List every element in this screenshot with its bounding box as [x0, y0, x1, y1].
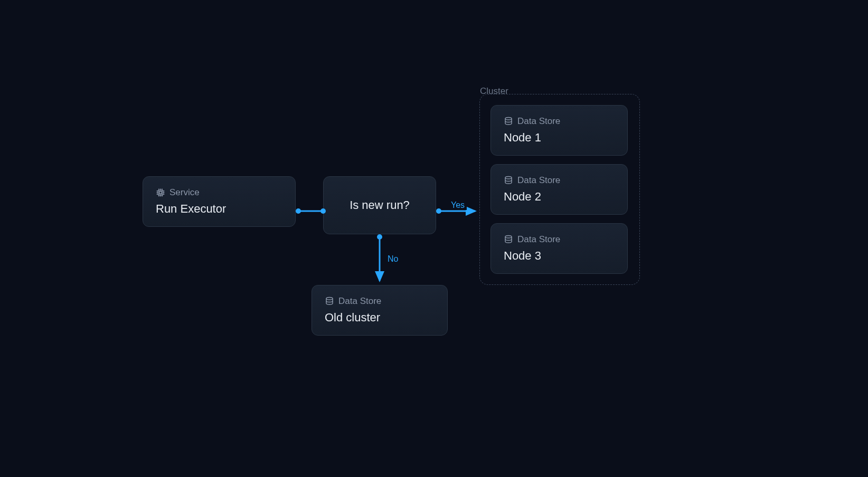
- database-icon: [504, 176, 513, 185]
- node-type-text: Service: [169, 187, 200, 198]
- node-type-text: Data Store: [517, 234, 560, 245]
- node-type-label: Data Store: [504, 116, 615, 127]
- node-node-2[interactable]: Data Store Node 2: [490, 164, 628, 215]
- svg-point-16: [505, 177, 512, 179]
- cluster-label: Cluster: [480, 86, 508, 97]
- svg-rect-0: [158, 190, 163, 195]
- node-run-executor[interactable]: Service Run Executor: [143, 176, 296, 227]
- node-node-3[interactable]: Data Store Node 3: [490, 223, 628, 274]
- decision-is-new-run[interactable]: Is new run?: [323, 176, 436, 234]
- cpu-icon: [156, 188, 165, 197]
- edge-label-no: No: [385, 254, 400, 264]
- edge-label-yes: Yes: [449, 201, 467, 210]
- node-node-1[interactable]: Data Store Node 1: [490, 105, 628, 156]
- node-type-text: Data Store: [517, 116, 560, 127]
- edge-dot: [377, 234, 382, 240]
- edges-layer: [0, 0, 868, 477]
- node-title: Node 3: [504, 249, 615, 263]
- database-icon: [504, 117, 513, 126]
- node-type-text: Data Store: [517, 175, 560, 186]
- node-title: Node 2: [504, 190, 615, 204]
- svg-point-15: [505, 118, 512, 120]
- node-title: Old cluster: [325, 311, 435, 325]
- decision-text: Is new run?: [350, 198, 410, 212]
- cluster-group: Cluster Data Store Node 1 Data Store Nod…: [479, 94, 640, 285]
- edge-dot: [296, 208, 301, 214]
- node-type-label: Data Store: [504, 175, 615, 186]
- database-icon: [504, 235, 513, 244]
- database-icon: [325, 297, 334, 306]
- edge-dot: [436, 208, 441, 214]
- node-type-label: Service: [156, 187, 282, 198]
- node-title: Run Executor: [156, 202, 282, 216]
- svg-point-14: [326, 298, 333, 300]
- node-type-label: Data Store: [504, 234, 615, 245]
- svg-point-17: [505, 236, 512, 238]
- node-title: Node 1: [504, 131, 615, 145]
- svg-rect-1: [159, 192, 162, 194]
- node-type-label: Data Store: [325, 296, 435, 307]
- node-old-cluster[interactable]: Data Store Old cluster: [312, 285, 448, 336]
- node-type-text: Data Store: [338, 296, 381, 307]
